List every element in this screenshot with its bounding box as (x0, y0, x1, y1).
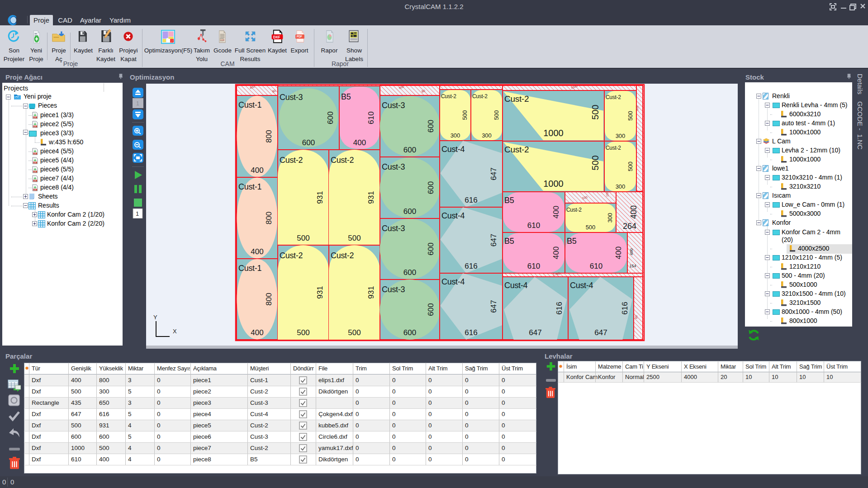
svg-text:500: 500 (627, 111, 634, 121)
svg-text:300: 300 (636, 105, 639, 111)
svg-text:400: 400 (552, 246, 560, 259)
svg-text:Cust-1: Cust-1 (238, 100, 262, 109)
svg-text:1000: 1000 (543, 179, 564, 189)
svg-text:647: 647 (489, 300, 498, 313)
svg-text:500: 500 (348, 234, 360, 242)
svg-text:Cust-2: Cust-2 (606, 94, 621, 100)
svg-text:1: 1 (136, 210, 139, 217)
svg-text:Cust-4: Cust-4 (441, 211, 465, 220)
svg-text:Cust-2: Cust-2 (472, 93, 488, 99)
svg-text:800: 800 (265, 130, 273, 142)
svg-text:931: 931 (316, 286, 324, 298)
svg-text:931: 931 (367, 191, 375, 204)
svg-text:931: 931 (316, 191, 324, 204)
svg-text:DXF: DXF (33, 189, 37, 191)
svg-text:647: 647 (489, 167, 498, 180)
svg-text:600: 600 (403, 146, 416, 154)
svg-text:400: 400 (251, 247, 263, 256)
svg-text:B5: B5 (341, 92, 351, 101)
svg-text:Cust-3: Cust-3 (382, 101, 405, 110)
svg-text:616: 616 (465, 328, 477, 337)
svg-text:600: 600 (403, 328, 416, 337)
svg-text:647: 647 (529, 328, 541, 337)
svg-text:GCODE: GCODE (220, 39, 224, 41)
svg-text:DXF: DXF (33, 153, 37, 155)
svg-text:616: 616 (621, 302, 629, 314)
svg-text:Cust-3: Cust-3 (382, 224, 405, 233)
svg-text:Cust-4: Cust-4 (441, 145, 465, 154)
svg-text:931: 931 (367, 286, 375, 298)
svg-text:400: 400 (552, 206, 560, 218)
svg-text:500: 500 (586, 224, 596, 231)
svg-text:300: 300 (482, 132, 492, 139)
svg-text:500: 500 (627, 161, 634, 171)
svg-text:Cust-2: Cust-2 (504, 145, 529, 154)
svg-text:616: 616 (465, 262, 477, 270)
svg-text:DXF: DXF (33, 117, 37, 118)
svg-text:600: 600 (427, 303, 435, 316)
svg-text:610: 610 (527, 262, 540, 270)
svg-text:300: 300 (451, 132, 460, 139)
svg-text:616: 616 (555, 302, 564, 314)
svg-text:Cust-2: Cust-2 (441, 93, 456, 99)
svg-text:400: 400 (251, 166, 263, 175)
svg-text:300: 300 (616, 183, 626, 190)
svg-text:400: 400 (629, 248, 634, 255)
svg-text:500: 500 (297, 234, 309, 242)
svg-text:610: 610 (367, 111, 375, 124)
svg-text:Cust-3: Cust-3 (382, 285, 405, 294)
svg-text:400: 400 (251, 328, 263, 337)
svg-text:600: 600 (403, 268, 416, 277)
svg-text:264: 264 (623, 222, 636, 231)
svg-text:Cust-1: Cust-1 (238, 264, 262, 273)
svg-text:Y: Y (153, 314, 157, 321)
svg-text:Cust-2: Cust-2 (331, 251, 354, 260)
svg-text:X: X (173, 328, 177, 335)
svg-text:Cust-4: Cust-4 (504, 281, 528, 290)
svg-text:Cust-2: Cust-2 (566, 207, 582, 213)
svg-text:610: 610 (590, 262, 602, 270)
svg-text:DXF: DXF (33, 126, 37, 128)
svg-text:Cust-3: Cust-3 (382, 162, 405, 171)
svg-text:400: 400 (353, 138, 366, 147)
svg-text:600: 600 (403, 207, 416, 216)
svg-text:600: 600 (302, 138, 315, 147)
svg-text:400: 400 (614, 246, 623, 259)
svg-text:1: 1 (136, 100, 139, 107)
svg-text:400: 400 (629, 205, 638, 219)
svg-text:1000: 1000 (543, 128, 564, 138)
svg-text:300: 300 (616, 133, 626, 139)
svg-text:Cust-2: Cust-2 (280, 251, 303, 260)
svg-text:Cust-1: Cust-1 (238, 182, 262, 191)
svg-text:154: 154 (629, 264, 636, 268)
svg-text:Cust-4: Cust-4 (570, 281, 593, 290)
svg-text:600: 600 (427, 181, 435, 194)
svg-text:610: 610 (527, 221, 540, 230)
svg-text:500: 500 (297, 328, 309, 337)
svg-text:500: 500 (461, 110, 468, 120)
svg-text:Cust-4: Cust-4 (441, 277, 465, 286)
svg-text:647: 647 (594, 328, 607, 337)
svg-text:616: 616 (465, 196, 477, 204)
svg-text:100: 100 (606, 191, 609, 197)
svg-text:600: 600 (326, 111, 335, 124)
svg-text:DXF: DXF (33, 180, 37, 182)
svg-text:B5: B5 (504, 196, 514, 205)
svg-text:300: 300 (607, 213, 613, 223)
svg-text:Cust-2: Cust-2 (331, 156, 354, 165)
svg-text:600: 600 (427, 242, 435, 255)
svg-text:Cust-2: Cust-2 (504, 94, 529, 104)
svg-text:B5: B5 (504, 237, 514, 246)
svg-text:DXF: DXF (33, 171, 37, 173)
svg-text:800: 800 (265, 212, 273, 224)
svg-text:500: 500 (590, 155, 600, 170)
svg-text:B5: B5 (567, 237, 577, 246)
svg-text:800: 800 (265, 293, 273, 305)
svg-text:Cust-2: Cust-2 (280, 156, 303, 165)
svg-text:600: 600 (427, 120, 435, 133)
svg-text:DXF: DXF (273, 35, 280, 39)
svg-text:PDF: PDF (297, 35, 302, 38)
svg-text:Cust-3: Cust-3 (280, 93, 303, 102)
svg-text:DXF: DXF (33, 162, 37, 164)
svg-text:647: 647 (489, 234, 498, 246)
